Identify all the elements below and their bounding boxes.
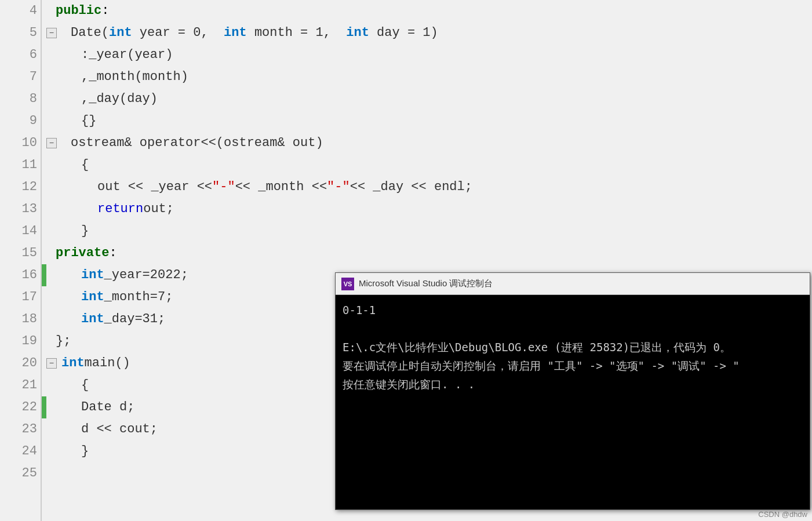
- collapse-btn-20[interactable]: −: [46, 358, 57, 369]
- line-num-15: 15: [0, 242, 37, 264]
- code-line-7: ,_month(month): [42, 66, 812, 88]
- code-line-13: return out;: [42, 198, 812, 220]
- console-output-0: 0-1-1: [343, 301, 803, 319]
- code-line-9: {}: [42, 110, 812, 132]
- collapse-btn-10[interactable]: −: [46, 138, 57, 148]
- keyword-public: public: [56, 0, 101, 22]
- line-num-23: 23: [0, 418, 37, 440]
- code-line-4: public:: [42, 0, 812, 22]
- code-line-6: :_year(year): [42, 44, 812, 66]
- vs-icon: VS: [341, 278, 354, 290]
- line-num-13: 13: [0, 198, 37, 220]
- line-num-16: 16: [0, 264, 37, 286]
- line-num-18: 18: [0, 308, 37, 330]
- collapse-btn-5[interactable]: −: [46, 28, 57, 38]
- line-num-6: 6: [0, 44, 37, 66]
- console-body: 0-1-1 E:\.c文件\比特作业\Debug\BLOG.exe (进程 25…: [336, 295, 810, 509]
- console-window[interactable]: VS Microsoft Visual Studio 调试控制台 0-1-1 E…: [335, 272, 810, 510]
- line-num-21: 21: [0, 374, 37, 396]
- line-num-22: 22: [0, 396, 37, 418]
- code-line-10: − ostream& operator<<(ostream& out): [42, 132, 812, 154]
- keyword-private: private: [56, 242, 109, 264]
- console-output-3: 要在调试停止时自动关闭控制台，请启用 "工具" -> "选项" -> "调试" …: [343, 356, 803, 375]
- line-num-24: 24: [0, 440, 37, 462]
- console-output-1: [343, 319, 803, 338]
- line-num-5: 5: [0, 22, 37, 44]
- editor-container: 4 5 6 7 8 9 10 11 12 13 14 15 16 17 18 1…: [0, 0, 812, 521]
- console-output-2: E:\.c文件\比特作业\Debug\BLOG.exe (进程 25832)已退…: [343, 338, 803, 356]
- line-num-19: 19: [0, 330, 37, 352]
- line-num-7: 7: [0, 66, 37, 88]
- console-titlebar: VS Microsoft Visual Studio 调试控制台: [336, 273, 810, 295]
- line-num-4: 4: [0, 0, 37, 22]
- code-line-5: − Date(int year = 0, int month = 1, int …: [42, 22, 812, 44]
- line-num-25: 25: [0, 462, 37, 484]
- code-line-15: private:: [42, 242, 812, 264]
- line-num-17: 17: [0, 286, 37, 308]
- line-num-20: 20: [0, 352, 37, 374]
- code-line-8: ,_day(day): [42, 88, 812, 110]
- line-num-14: 14: [0, 220, 37, 242]
- console-output-4: 按任意键关闭此窗口. . .: [343, 375, 803, 394]
- line-num-10: 10: [0, 132, 37, 154]
- line-numbers: 4 5 6 7 8 9 10 11 12 13 14 15 16 17 18 1…: [0, 0, 42, 521]
- console-title: Microsoft Visual Studio 调试控制台: [359, 278, 804, 289]
- line-num-11: 11: [0, 154, 37, 176]
- line-num-8: 8: [0, 88, 37, 110]
- csdn-watermark: CSDN @dhdw: [758, 510, 807, 519]
- code-line-14: }: [42, 220, 812, 242]
- line-num-12: 12: [0, 176, 37, 198]
- code-line-11: {: [42, 154, 812, 176]
- code-line-12: out << _year << "-" << _month << "-" << …: [42, 176, 812, 198]
- line-num-9: 9: [0, 110, 37, 132]
